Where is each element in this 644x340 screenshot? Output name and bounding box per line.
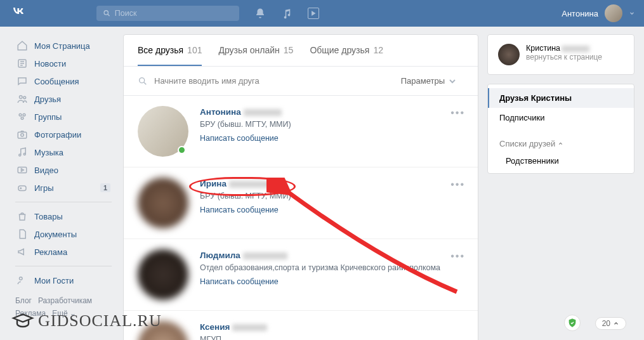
nav-docs[interactable]: Документы [13,225,114,243]
vk-logo[interactable] [11,4,27,23]
write-message-link[interactable]: Написать сообщение [200,277,464,286]
friend-subtitle: БРУ (бывш. МГТУ, ММИ) [200,119,464,130]
friend-name[interactable]: Людмила [200,251,464,260]
more-icon[interactable]: ••• [450,179,465,190]
nav-news[interactable]: Новости [13,55,114,72]
aside-relatives[interactable]: Родственники [488,152,634,169]
user-menu[interactable]: Антонина [562,4,635,22]
news-icon [16,58,28,69]
nav-video[interactable]: Видео [13,161,114,179]
nav-friends[interactable]: Друзья [13,90,114,108]
avatar [605,4,622,22]
friend-name[interactable]: Антонина [200,107,464,117]
camera-icon [16,129,28,140]
tab-online[interactable]: Друзья онлайн15 [218,35,293,66]
svg-point-4 [19,114,22,116]
games-badge: 1 [100,183,110,192]
chevron-up-icon [558,141,563,147]
play-button[interactable] [308,8,319,19]
friend-subtitle: МГУП [200,334,464,340]
aside-lists-title[interactable]: Списки друзей [488,134,634,152]
home-icon [16,40,28,51]
profile-name[interactable]: Кристина [526,44,602,53]
nav-divider-2 [15,266,112,266]
grad-cap-icon [11,310,34,332]
bell-icon[interactable] [254,8,266,19]
friend-avatar[interactable] [138,106,188,157]
friend-avatar[interactable] [138,178,188,228]
nav-my-page[interactable]: Моя Страница [13,37,114,55]
friends-panel: Все друзья101 Друзья онлайн15 Общие друз… [123,34,478,340]
chevron-up-icon [613,320,619,327]
tab-mutual[interactable]: Общие друзья12 [310,35,383,66]
counter-pill[interactable]: 20 [595,317,626,330]
write-message-link[interactable]: Написать сообщение [200,134,464,143]
filter-row: Параметры [124,67,478,96]
nav-guests[interactable]: Мои Гости [13,271,114,289]
nav-groups[interactable]: Группы [13,108,114,126]
guests-icon [16,275,28,286]
nav-divider [15,202,112,202]
aside-subscribers[interactable]: Подписчики [488,108,634,128]
shop-icon [16,211,28,222]
friend-avatar[interactable] [138,249,188,300]
nav-messages[interactable]: Сообщения [13,72,114,90]
chevron-down-icon [447,76,457,86]
video-icon [16,164,28,176]
write-message-link[interactable]: Написать сообщение [200,206,464,214]
doc-icon [16,228,28,240]
megaphone-icon [16,246,28,258]
shield-badge[interactable] [564,315,581,331]
music-icon[interactable] [281,8,292,19]
svg-point-9 [19,154,21,156]
aside-friends-of[interactable]: Друзья Кристины [488,88,634,108]
music-nav-icon [16,147,28,158]
profile-avatar[interactable] [498,44,520,65]
search-box[interactable] [96,6,239,21]
svg-rect-11 [18,167,27,173]
svg-point-3 [23,96,26,99]
friend-row: Людмила Отдел образования,спорта и туриз… [124,239,478,311]
svg-rect-7 [18,132,27,138]
svg-point-5 [23,114,25,116]
online-dot [178,146,186,154]
friend-search-input[interactable] [154,76,401,86]
topbar: Антонина [0,0,644,27]
search-icon [138,76,148,86]
friend-name[interactable]: Ксения [200,322,464,332]
friend-row: Антонина БРУ (бывш. МГТУ, ММИ) Написать … [124,96,478,167]
svg-rect-12 [18,186,26,191]
groups-icon [16,111,28,122]
svg-point-0 [104,11,108,15]
more-icon[interactable]: ••• [450,251,465,262]
nav-ads[interactable]: Реклама [13,243,114,261]
more-icon[interactable]: ••• [450,107,465,119]
back-to-profile[interactable]: вернуться к странице [526,53,602,62]
params-toggle[interactable]: Параметры [401,76,464,86]
footer-blog[interactable]: Блог [15,296,32,305]
sidenav: Моя Страница Новости Сообщения Друзья Гр… [13,34,114,340]
game-icon [16,182,28,193]
friend-name[interactable]: Ирина [200,179,464,188]
aside: Кристина вернуться к странице Друзья Кри… [487,34,634,340]
nav-photos[interactable]: Фотографии [13,126,114,143]
svg-point-8 [21,134,24,137]
friends-icon [16,93,28,105]
footer-devs[interactable]: Разработчикам [38,296,92,305]
nav-market[interactable]: Товары [13,207,114,225]
watermark: GIDSOCIAL.RU [11,310,162,332]
friend-row: Ирина БРУ (бывш. МГТУ, ММИ) Написать соо… [124,167,478,239]
chevron-down-icon [629,10,635,16]
profile-card: Кристина вернуться к странице [487,34,634,75]
svg-point-14 [140,77,145,82]
nav-games[interactable]: Игры1 [13,179,114,197]
tab-all-friends[interactable]: Все друзья101 [138,35,202,66]
search-input[interactable] [115,9,233,18]
friend-row: Ксения МГУП [124,311,478,340]
svg-point-6 [21,117,23,119]
username-label: Антонина [562,9,598,18]
friend-subtitle: БРУ (бывш. МГТУ, ММИ) [200,191,464,202]
nav-music[interactable]: Музыка [13,143,114,161]
svg-point-13 [20,277,23,280]
top-icons [254,8,319,19]
